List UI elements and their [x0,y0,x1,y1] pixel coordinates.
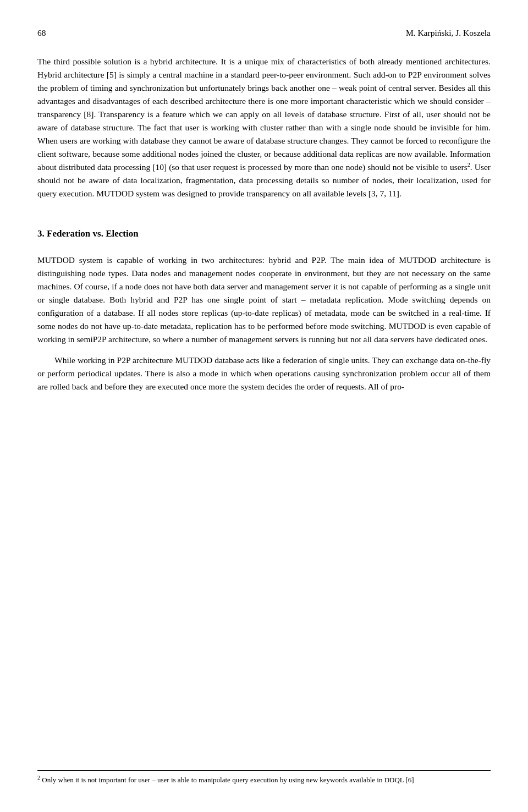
section-heading: 3. Federation vs. Election [37,227,491,241]
footnote-superscript: 2 [37,775,40,781]
section-paragraph-2: While working in P2P architecture MUTDOD… [37,354,491,393]
author-names: M. Karpiński, J. Koszela [406,26,491,40]
footnote-area: 2 Only when it is not important for user… [37,770,491,786]
intro-text: The third possible solution is a hybrid … [37,57,491,198]
section-paragraph-1: MUTDOD system is capable of working in t… [37,254,491,346]
intro-paragraph: The third possible solution is a hybrid … [37,55,491,200]
section-p2-text: While working in P2P architecture MUTDOD… [37,355,491,391]
section-number: 3. [37,228,47,239]
page-header: 68 M. Karpiński, J. Koszela [37,26,491,40]
body-text: The third possible solution is a hybrid … [37,55,491,393]
footnote-content: Only when it is not important for user –… [42,776,414,784]
section-p1-text: MUTDOD system is capable of working in t… [37,255,491,344]
section-title: Federation vs. Election [47,228,139,239]
footnote-text: 2 Only when it is not important for user… [37,775,491,786]
page: 68 M. Karpiński, J. Koszela The third po… [0,0,528,812]
page-number: 68 [37,26,46,40]
footnote-ref-2: 2 [468,162,470,168]
